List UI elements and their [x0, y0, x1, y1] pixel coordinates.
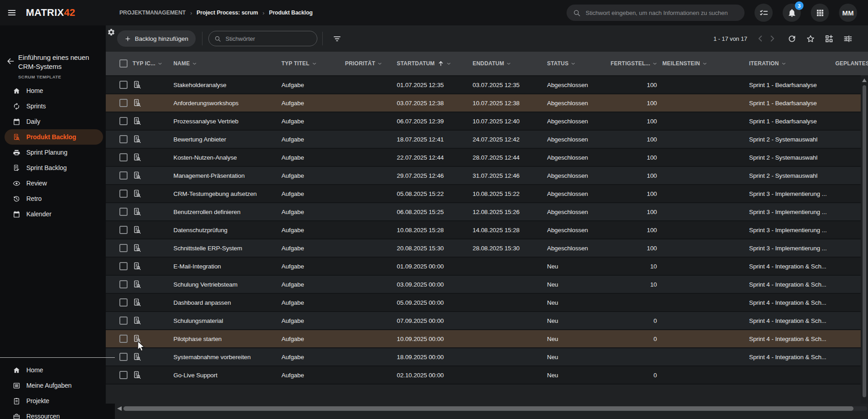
horizontal-scrollbar[interactable]: [106, 405, 868, 412]
table-row[interactable]: SchulungsmaterialAufgabe07.09.2025 00:00…: [106, 312, 861, 330]
column-label: MEILENSTEIN: [662, 60, 700, 67]
table-row[interactable]: Systemabnahme vorbereitenAufgabe18.09.20…: [106, 348, 861, 366]
column-header-typ_titel[interactable]: TYP TITEL: [281, 60, 345, 67]
favorite-star-icon[interactable]: [806, 34, 815, 44]
backlog-search-icon: [133, 189, 142, 198]
page-next-icon[interactable]: [767, 34, 777, 44]
sidebar-item-sprints[interactable]: Sprints: [0, 98, 106, 114]
sidebar-item-produkt-backlog[interactable]: Produkt Backlog: [5, 129, 103, 145]
sidebar-item-home[interactable]: Home: [0, 83, 106, 98]
filter-button[interactable]: [330, 31, 345, 46]
table-row[interactable]: E-Mail-IntegrationAufgabe01.09.2025 00:0…: [106, 258, 861, 276]
table-row[interactable]: StakeholderanalyseAufgabe01.07.2025 12:3…: [106, 76, 861, 94]
column-header-iteration[interactable]: ITERATION: [745, 60, 835, 67]
keyword-search[interactable]: [208, 31, 317, 46]
back-arrow-icon[interactable]: [6, 57, 15, 66]
sidebar-item-daily[interactable]: Daily: [0, 114, 106, 129]
sidebar-item-sprint-planung[interactable]: Sprint Planung: [0, 145, 106, 160]
sidebar-item-home[interactable]: Home: [0, 362, 106, 378]
table-row[interactable]: AnforderungsworkshopsAufgabe03.07.2025 1…: [106, 94, 861, 112]
table-row[interactable]: Schnittstelle ERP-SystemAufgabe20.08.202…: [106, 239, 861, 258]
row-checkbox[interactable]: [119, 81, 128, 89]
table-row[interactable]: DatenschutzprüfungAufgabe10.08.2025 15:2…: [106, 221, 861, 239]
sidebar-item-ressourcen[interactable]: Ressourcen: [0, 409, 106, 419]
column-header-status[interactable]: STATUS: [547, 60, 611, 67]
vertical-scrollbar[interactable]: [861, 75, 868, 404]
sidebar-item-projekte[interactable]: Projekte: [0, 393, 106, 409]
table-row[interactable]: Prozessanalyse VertriebAufgabe06.07.2025…: [106, 112, 861, 131]
gear-icon[interactable]: [107, 28, 115, 36]
cell-start: 05.09.2025 00:00: [397, 299, 473, 306]
table-row[interactable]: Bewertung AnbieterAufgabe18.07.2025 12:4…: [106, 131, 861, 149]
column-header-name[interactable]: NAME: [173, 60, 281, 67]
vertical-scrollbar-thumb[interactable]: [863, 85, 866, 397]
add-backlog-button[interactable]: Backlog hinzufügen: [117, 30, 196, 47]
hamburger-menu-icon[interactable]: [7, 8, 17, 18]
keyword-search-input[interactable]: [225, 35, 311, 43]
cell-typ_titel: Aufgabe: [281, 263, 345, 270]
table-row[interactable]: Dashboard anpassenAufgabe05.09.2025 00:0…: [106, 294, 861, 312]
table-row[interactable]: Benutzerrollen definierenAufgabe06.08.20…: [106, 203, 861, 221]
page-previous-icon[interactable]: [755, 34, 765, 44]
checklist-button[interactable]: [755, 4, 773, 22]
refresh-icon[interactable]: [787, 34, 797, 44]
table-row[interactable]: Schulung VertriebsteamAufgabe03.09.2025 …: [106, 276, 861, 294]
table-row[interactable]: Go-Live SupportAufgabe02.10.2025 00:00Ne…: [106, 366, 861, 385]
row-checkbox[interactable]: [119, 244, 128, 252]
sidebar-item-sprint-backlog[interactable]: Sprint Backlog: [0, 160, 106, 175]
scroll-left-icon[interactable]: [117, 406, 122, 411]
sidebar-item-kalender[interactable]: Kalender: [0, 206, 106, 222]
sidebar-item-review[interactable]: Review: [0, 175, 106, 191]
row-checkbox[interactable]: [119, 171, 128, 180]
row-checkbox[interactable]: [119, 280, 128, 288]
row-checkbox[interactable]: [119, 353, 128, 361]
add-widget-icon[interactable]: [824, 34, 834, 44]
row-checkbox-cell: [119, 335, 133, 343]
breadcrumb-item[interactable]: Produkt Backlog: [269, 10, 313, 16]
global-search-input[interactable]: [585, 9, 738, 17]
notifications-button[interactable]: 3: [783, 4, 801, 22]
row-checkbox[interactable]: [119, 317, 128, 325]
row-checkbox[interactable]: [119, 135, 128, 143]
horizontal-scrollbar-thumb[interactable]: [123, 406, 853, 411]
column-header-end[interactable]: ENDDATUM: [473, 60, 547, 67]
column-header-meilenstein[interactable]: MEILENSTEIN: [658, 60, 745, 67]
row-checkbox[interactable]: [119, 298, 128, 307]
row-checkbox[interactable]: [119, 262, 128, 270]
row-checkbox-cell: [119, 317, 133, 325]
sidebar-item-meine-aufgaben[interactable]: Meine Aufgaben: [0, 378, 106, 393]
select-all-checkbox[interactable]: [119, 59, 128, 68]
cell-status: Abgeschlossen: [547, 154, 611, 161]
row-checkbox[interactable]: [119, 117, 128, 125]
breadcrumb-item[interactable]: PROJEKTMANAGEMENT: [119, 10, 186, 16]
column-header-start[interactable]: STARTDATUM: [397, 60, 473, 67]
apps-grid-button[interactable]: [811, 4, 829, 22]
cell-typicon: [133, 316, 173, 325]
table-row[interactable]: CRM-Testumgebung aufsetzenAufgabe05.08.2…: [106, 185, 861, 203]
cell-fertig: 100: [611, 227, 658, 234]
column-header-geplantes[interactable]: GEPLANTES: [835, 60, 868, 67]
row-checkbox[interactable]: [119, 153, 128, 161]
row-checkbox[interactable]: [119, 226, 128, 234]
row-checkbox[interactable]: [119, 99, 128, 107]
row-checkbox-cell: [119, 371, 133, 379]
row-checkbox[interactable]: [119, 190, 128, 198]
view-settings-icon[interactable]: [843, 34, 853, 44]
row-checkbox[interactable]: [119, 335, 128, 343]
sidebar-item-retro[interactable]: Retro: [0, 191, 106, 206]
column-header-typicon[interactable]: TYP IC...: [133, 60, 173, 67]
notification-badge: 3: [795, 1, 804, 10]
table-row[interactable]: Management-PräsentationAufgabe29.07.2025…: [106, 167, 861, 185]
column-header-fertig[interactable]: FERTIGSTEL...: [611, 60, 658, 67]
table-row[interactable]: Pilotphase startenAufgabe10.09.2025 00:0…: [106, 330, 861, 348]
user-avatar[interactable]: MM: [839, 4, 857, 22]
column-header-prioritaet[interactable]: PRIORITÄT: [345, 60, 397, 67]
global-search[interactable]: [567, 5, 745, 21]
scroll-up-icon[interactable]: [862, 78, 867, 82]
row-checkbox[interactable]: [119, 371, 128, 379]
cell-start: 03.09.2025 00:00: [397, 281, 473, 288]
breadcrumb-item[interactable]: Project Process: scrum: [197, 10, 258, 16]
table-row[interactable]: Kosten-Nutzen-AnalyseAufgabe22.07.2025 1…: [106, 149, 861, 167]
cell-status: Neu: [547, 281, 611, 288]
row-checkbox[interactable]: [119, 208, 128, 216]
